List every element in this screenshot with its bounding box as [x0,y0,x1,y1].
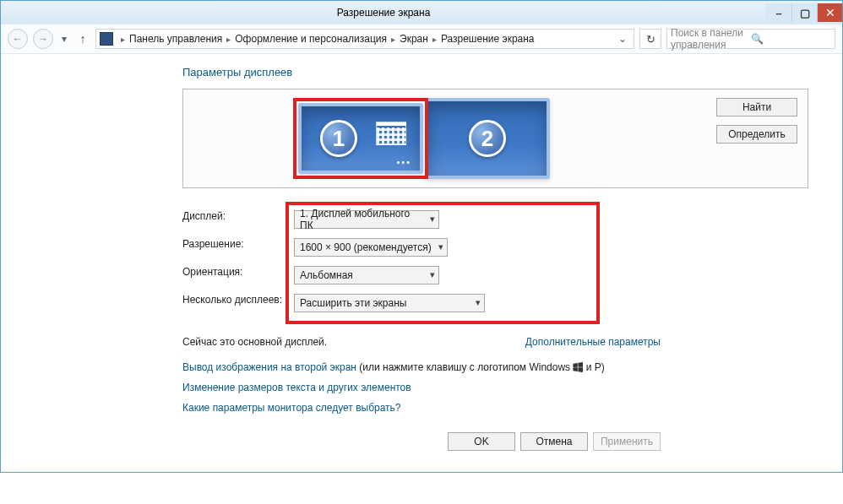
window-title: Разрешение экрана [1,7,766,19]
resolution-select[interactable]: 1600 × 900 (рекомендуется) [294,238,448,257]
which-settings-link[interactable]: Какие параметры монитора следует выбрать… [182,402,401,414]
refresh-button[interactable]: ↻ [639,29,661,49]
nav-toolbar: ← → ▾ ↑ ▸ Панель управления ▸ Оформление… [1,24,842,54]
multiple-displays-select[interactable]: Расширить эти экраны [294,294,485,312]
resolution-label: Разрешение: [182,238,289,250]
monitor-number-badge: 1 [320,120,357,157]
ellipsis-icon: ••• [396,157,411,167]
nav-history-dropdown[interactable]: ▾ [58,33,70,45]
display-arrangement[interactable]: 1 ••• 2 [183,89,660,187]
find-displays-button[interactable]: Найти [716,98,797,117]
search-placeholder: Поиск в панели управления [671,27,751,51]
monitor-2[interactable]: 2 [425,98,550,179]
breadcrumb-item[interactable]: Экран [400,33,428,45]
display-preview: 1 ••• 2 Найти Определить [182,89,808,188]
breadcrumb-item[interactable]: Панель управления [129,33,222,45]
window-controls: – ▢ ✕ [766,3,842,22]
nav-forward-button[interactable]: → [33,29,53,49]
chevron-right-icon: ▸ [222,35,235,44]
grid-icon [376,122,406,145]
search-icon: 🔍 [751,33,831,45]
breadcrumb-dropdown-icon[interactable]: ⌄ [618,33,627,45]
breadcrumb-item[interactable]: Оформление и персонализация [235,33,387,45]
page-content: Параметры дисплеев 1 ••• 2 Найти Определ… [1,54,842,472]
titlebar: Разрешение экрана – ▢ ✕ [1,1,842,24]
apply-button: Применить [593,432,661,451]
breadcrumb[interactable]: ▸ Панель управления ▸ Оформление и персо… [95,29,634,49]
window-frame: Разрешение экрана – ▢ ✕ ← → ▾ ↑ ▸ Панель… [0,0,843,473]
resolution-select-value: 1600 × 900 (рекомендуется) [300,241,432,253]
nav-back-button[interactable]: ← [8,29,28,49]
minimize-button[interactable]: – [766,3,791,22]
multiple-displays-label: Несколько дисплеев: [182,294,289,306]
identify-displays-button[interactable]: Определить [716,125,797,144]
control-panel-icon [100,32,113,46]
windows-logo-icon [573,362,583,372]
project-hint: Вывод изображения на второй экран (или н… [182,361,808,373]
monitor-1[interactable]: 1 ••• [298,103,423,174]
page-heading: Параметры дисплеев [182,66,808,79]
settings-highlight: 1. Дисплей мобильного ПК 1600 × 900 (рек… [286,202,600,324]
search-input[interactable]: Поиск в панели управления 🔍 [666,29,835,49]
project-second-screen-link[interactable]: Вывод изображения на второй экран [182,361,356,373]
maximize-button[interactable]: ▢ [791,3,817,22]
chevron-right-icon: ▸ [428,35,441,44]
primary-display-status: Сейчас это основной дисплей. [182,336,327,348]
display-select[interactable]: 1. Дисплей мобильного ПК [294,210,439,229]
breadcrumb-item[interactable]: Разрешение экрана [441,33,535,45]
monitor-1-highlight: 1 ••• [293,98,428,179]
nav-up-button[interactable]: ↑ [75,32,90,46]
display-label: Дисплей: [182,210,289,222]
chevron-right-icon: ▸ [387,35,400,44]
multiple-displays-select-value: Расширить эти экраны [300,297,406,309]
monitor-number-badge: 2 [469,120,506,157]
ok-button[interactable]: OK [448,432,515,451]
orientation-select[interactable]: Альбомная [294,266,439,285]
orientation-select-value: Альбомная [300,269,353,281]
display-select-value: 1. Дисплей мобильного ПК [300,208,423,231]
advanced-settings-link[interactable]: Дополнительные параметры [525,336,661,348]
chevron-right-icon: ▸ [117,35,129,44]
text-size-link[interactable]: Изменение размеров текста и других элеме… [182,382,411,393]
orientation-label: Ориентация: [182,266,289,278]
close-button[interactable]: ✕ [817,3,842,22]
cancel-button[interactable]: Отмена [520,432,588,451]
